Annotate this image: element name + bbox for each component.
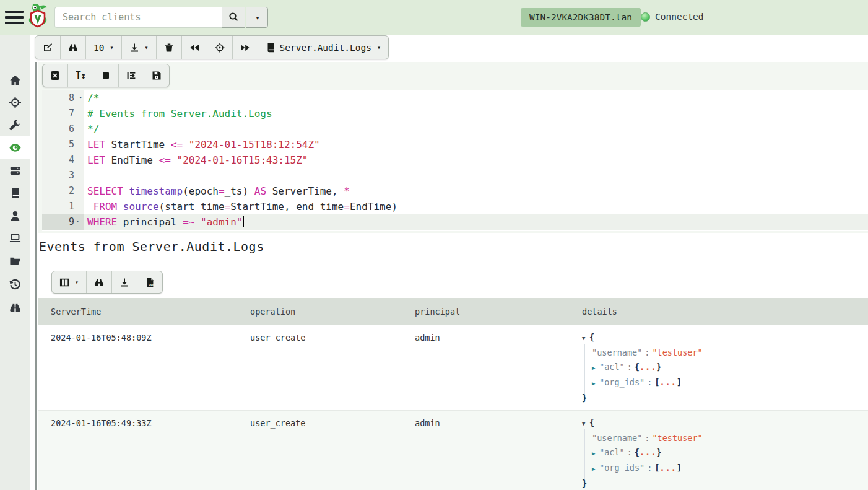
stop-calculation-button[interactable] bbox=[93, 64, 119, 87]
expand-arrow-icon[interactable]: ▶ bbox=[592, 447, 599, 461]
fold-caret-icon[interactable]: ▾ bbox=[79, 90, 82, 105]
csv-icon: csv bbox=[145, 278, 155, 287]
sidebar-item-client-events[interactable] bbox=[0, 296, 30, 319]
menu-button[interactable] bbox=[5, 8, 24, 27]
connected-status-icon bbox=[641, 12, 650, 22]
code-token bbox=[117, 201, 123, 212]
code-token: <= bbox=[159, 154, 171, 166]
text-size-button[interactable]: T↕ bbox=[68, 64, 93, 87]
download-button[interactable]: ▾ bbox=[122, 36, 157, 59]
collapse-arrow-icon[interactable]: ▼ bbox=[582, 417, 589, 431]
editor-code-line: WHERE principal =~ "admin" bbox=[84, 214, 868, 230]
editor-gutter-cell[interactable]: 7 bbox=[42, 106, 84, 121]
editor-gutter-cell[interactable]: 1 bbox=[42, 199, 84, 214]
sidebar-item-vfs[interactable] bbox=[0, 250, 30, 273]
code-token bbox=[194, 216, 201, 228]
download-table-button[interactable] bbox=[112, 271, 137, 293]
editor-gutter-cell[interactable]: 4 bbox=[42, 152, 84, 168]
expand-arrow-icon[interactable]: ▶ bbox=[592, 377, 599, 391]
expand-arrow-icon[interactable]: ▶ bbox=[592, 361, 599, 375]
search-clients-input[interactable] bbox=[54, 7, 222, 28]
code-token: /* bbox=[87, 92, 99, 104]
search-options-button[interactable]: ▾ bbox=[246, 7, 268, 28]
json-tree: ▼{"username":"testuser"▶"acl":{...}▶"org… bbox=[582, 330, 856, 405]
page-size-button[interactable]: 10▾ bbox=[86, 36, 122, 59]
recalculate-cell-button[interactable] bbox=[207, 36, 233, 59]
velociraptor-logo[interactable] bbox=[27, 2, 48, 32]
edit-cell-button[interactable] bbox=[35, 36, 61, 59]
sidebar-item-host-info[interactable] bbox=[0, 227, 30, 250]
previous-cell-button[interactable] bbox=[182, 36, 207, 59]
sidebar-item-server-artifacts[interactable] bbox=[0, 114, 30, 137]
code-token: # Events from Server.Audit.Logs bbox=[87, 108, 272, 120]
column-header-operation[interactable]: operation bbox=[238, 298, 402, 325]
editor-gutter-cell[interactable]: 5 bbox=[42, 137, 84, 152]
editor-gutter-cell[interactable]: 3 bbox=[42, 168, 84, 183]
json-colon: : bbox=[625, 360, 635, 374]
svg-text:csv: csv bbox=[149, 283, 154, 286]
json-line: "username":"testuser" bbox=[582, 431, 856, 445]
delete-cell-button[interactable] bbox=[157, 36, 182, 59]
json-line: } bbox=[582, 476, 856, 490]
column-header-principal[interactable]: principal bbox=[402, 298, 570, 325]
code-token: StartTime, end_time bbox=[230, 201, 344, 212]
code-token: FROM bbox=[93, 201, 118, 212]
search-notebook-button[interactable] bbox=[61, 36, 86, 59]
code-token: SELECT bbox=[87, 185, 123, 197]
json-colon: : bbox=[644, 461, 654, 475]
export-csv-button[interactable]: csv bbox=[137, 271, 162, 293]
save-cell-button[interactable] bbox=[144, 64, 169, 87]
notebook-cell-marker[interactable] bbox=[35, 62, 37, 490]
editor-line[interactable]: 2SELECT timestamp(epoch=_ts) AS ServerTi… bbox=[42, 183, 868, 199]
code-token: EndTime) bbox=[350, 201, 397, 212]
sidebar-item-server-events[interactable] bbox=[0, 182, 30, 204]
servers-icon bbox=[9, 165, 21, 177]
editor-line[interactable]: 7# Events from Server.Audit.Logs bbox=[42, 106, 868, 121]
code-token: "2024-01-16T15:43:15Z" bbox=[177, 154, 308, 166]
json-line: ▶"acl":{...} bbox=[582, 360, 856, 375]
sidebar-item-server-dashboard[interactable] bbox=[0, 159, 30, 182]
reformat-vql-button[interactable] bbox=[119, 64, 144, 87]
json-brace: { bbox=[635, 445, 640, 460]
search-button[interactable] bbox=[222, 7, 245, 28]
json-brace: [ bbox=[654, 461, 659, 475]
editor-line[interactable]: 6*/ bbox=[42, 121, 868, 137]
column-header-servertime[interactable]: ServerTime bbox=[38, 298, 238, 325]
trash-icon bbox=[164, 43, 174, 53]
json-colon: : bbox=[625, 445, 635, 460]
stop-icon bbox=[101, 71, 111, 81]
editor-line[interactable]: 1 FROM source(start_time=StartTime, end_… bbox=[42, 199, 868, 214]
editor-gutter-cell[interactable]: 8▾ bbox=[42, 90, 84, 106]
expand-arrow-icon[interactable]: ▶ bbox=[592, 462, 599, 476]
editor-line[interactable]: 9·WHERE principal =~ "admin" bbox=[42, 214, 868, 230]
editor-line[interactable]: 8▾/* bbox=[42, 90, 868, 106]
json-ellipsis: ... bbox=[659, 461, 676, 475]
editor-gutter-cell[interactable]: 2 bbox=[42, 183, 84, 199]
json-line: } bbox=[582, 391, 856, 405]
column-selector-button[interactable]: ▾ bbox=[52, 271, 87, 293]
vql-editor[interactable]: 8▾/*7# Events from Server.Audit.Logs6*/5… bbox=[42, 90, 868, 231]
editor-line[interactable]: 4LET EndTime <= "2024-01-16T15:43:15Z" bbox=[42, 152, 868, 168]
client-hostname-badge[interactable]: WIN-2VKA2DK38DT.lan bbox=[521, 8, 641, 27]
artifact-selector-button[interactable]: Server.Audit.Logs▾ bbox=[258, 36, 388, 59]
editor-gutter-cell[interactable]: 6 bbox=[42, 121, 84, 137]
sidebar-item-users[interactable] bbox=[0, 204, 30, 227]
editor-line[interactable]: 5LET StartTime <= "2024-01-15T18:12:54Z" bbox=[42, 137, 868, 152]
json-brace: { bbox=[589, 330, 594, 344]
collapse-arrow-icon[interactable]: ▼ bbox=[582, 331, 589, 346]
editor-code-line: FROM source(start_time=StartTime, end_ti… bbox=[84, 199, 868, 214]
artifact-selector-label: Server.Audit.Logs bbox=[280, 43, 371, 53]
sidebar-item-home[interactable] bbox=[0, 69, 30, 92]
sidebar-item-collected-artifacts[interactable] bbox=[0, 273, 30, 296]
search-table-button[interactable] bbox=[87, 271, 112, 293]
column-header-details[interactable]: details bbox=[570, 298, 868, 325]
sidebar-item-hunts[interactable] bbox=[0, 91, 30, 114]
chevron-down-icon: ▾ bbox=[377, 44, 381, 51]
sidebar-item-notebooks[interactable] bbox=[0, 136, 30, 159]
next-cell-button[interactable] bbox=[233, 36, 258, 59]
code-token: LET bbox=[87, 154, 105, 166]
code-token: principal bbox=[117, 216, 183, 228]
editor-line[interactable]: 3 bbox=[42, 168, 868, 183]
editor-gutter-cell[interactable]: 9· bbox=[42, 214, 84, 230]
close-editor-button[interactable] bbox=[43, 64, 68, 87]
